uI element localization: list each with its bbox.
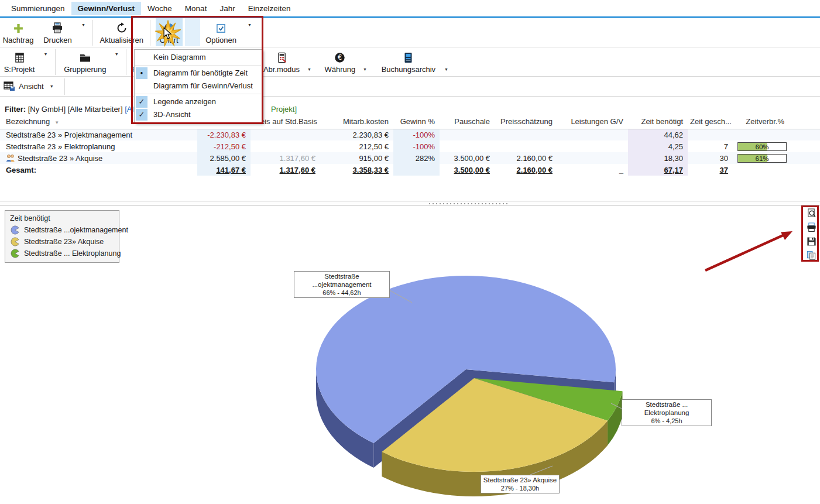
buchungsarchiv-dropdown-arrow[interactable]: ▼ bbox=[444, 67, 448, 71]
chart-label: Chart bbox=[160, 36, 179, 44]
table-panel-bottom bbox=[0, 176, 820, 201]
col-preisschaetzung[interactable]: Preisschätzung bbox=[495, 116, 557, 129]
toolbar-view: Ansicht ▼ bbox=[0, 77, 820, 97]
col-zeit-geschaetzt[interactable]: Zeit gesch... bbox=[688, 116, 733, 129]
print-icon[interactable] bbox=[807, 222, 816, 232]
filter-bar: Filter: [Ny GmbH] [Alle Mitarbeiter] [Al… bbox=[0, 103, 820, 116]
panel-splitter[interactable] bbox=[0, 201, 820, 205]
col-zeit-benoetigt[interactable]: Zeit benötigt bbox=[628, 116, 688, 129]
ansicht-label: Ansicht bbox=[19, 82, 44, 91]
menu-item-diagramm-gewinn-verlust[interactable]: Diagramm für Gewinn/Verlust bbox=[135, 80, 262, 92]
save-icon[interactable] bbox=[807, 236, 816, 246]
pie-slice-icon bbox=[10, 225, 20, 235]
table-row[interactable]: Stedtstraße 23 » Elektroplanung -212,50 … bbox=[0, 140, 820, 152]
preview-icon[interactable] bbox=[807, 208, 816, 218]
chart-side-toolbar bbox=[805, 208, 818, 260]
sprojekt-label: S:Projekt bbox=[4, 65, 35, 74]
calculator-icon bbox=[276, 51, 287, 64]
menu-item-kein-diagramm[interactable]: Kein Diagramm bbox=[135, 51, 262, 64]
tab-einzelzeiten[interactable]: Einzelzeiten bbox=[242, 2, 297, 15]
col-gewinn[interactable]: Gewinn % bbox=[393, 116, 440, 129]
abrmodus-label: Abr.modus bbox=[263, 65, 300, 74]
legend-item[interactable]: Stedtstraße ... Elektroplanung bbox=[10, 249, 114, 258]
toolbar-main: Nachtrag Drucken ▼ Aktualisieren Chart bbox=[0, 18, 820, 47]
col-mitarbkosten[interactable]: Mitarb.kosten bbox=[320, 116, 393, 129]
sprojekt-dropdown-arrow[interactable]: ▼ bbox=[43, 52, 47, 56]
legend-item[interactable]: Stedtstraße ...ojektmanagement bbox=[10, 225, 114, 235]
menu-item-3d-ansicht[interactable]: ✓ 3D-Ansicht bbox=[135, 108, 262, 121]
aktualisieren-button[interactable]: Aktualisieren bbox=[98, 18, 145, 46]
pie-callout-projektmanagement: Stedtstraße ...ojektmanagement 66% - 44,… bbox=[294, 271, 390, 298]
tab-gewinn-verlust[interactable]: Gewinn/Verlust bbox=[71, 2, 142, 15]
tab-summierungen[interactable]: Summierungen bbox=[5, 2, 71, 15]
waehrung-dropdown-arrow[interactable]: ▼ bbox=[363, 67, 367, 71]
col-zeitverbrauch[interactable]: Zeitverbr.% bbox=[733, 116, 789, 129]
chart-split-hover[interactable] bbox=[185, 18, 200, 46]
euro-icon: € bbox=[334, 51, 345, 64]
ansicht-dropdown-arrow[interactable]: ▼ bbox=[50, 84, 54, 88]
aktualisieren-label: Aktualisieren bbox=[100, 36, 143, 44]
toolbar-second: S:Projekt ▼ Gruppierung ▼ Proje Abr.modu… bbox=[0, 47, 820, 77]
drucken-button[interactable]: Drucken bbox=[39, 18, 76, 46]
printer-icon bbox=[51, 22, 64, 35]
tab-monat[interactable]: Monat bbox=[179, 2, 214, 15]
menu-item-diagramm-benoetigte-zeit[interactable]: ● Diagramm für benötigte Zeit bbox=[135, 67, 262, 80]
legend-item[interactable]: Stedtstraße 23» Akquise bbox=[10, 237, 114, 246]
optionen-dropdown-arrow[interactable]: ▼ bbox=[248, 23, 252, 27]
archive-icon bbox=[403, 51, 413, 64]
radio-selected-icon: ● bbox=[136, 67, 147, 79]
sprojekt-button[interactable]: S:Projekt bbox=[0, 47, 39, 76]
separator bbox=[92, 20, 93, 46]
waehrung-button[interactable]: € Währung bbox=[321, 47, 359, 76]
waehrung-label: Währung bbox=[325, 65, 356, 74]
menu-separator bbox=[135, 94, 261, 94]
separator bbox=[126, 49, 126, 75]
separator bbox=[55, 49, 56, 75]
progress-bar: 61% bbox=[737, 154, 787, 163]
gruppierung-dropdown-arrow[interactable]: ▼ bbox=[115, 52, 119, 56]
gruppierung-label: Gruppierung bbox=[64, 65, 106, 74]
team-icon bbox=[6, 154, 15, 162]
spreadsheet-icon bbox=[14, 51, 25, 64]
buchungsarchiv-button[interactable]: Buchungsarchiv bbox=[378, 47, 440, 76]
filter-link-projekt[interactable]: Projekt] bbox=[271, 105, 297, 114]
pie-chart[interactable] bbox=[0, 205, 820, 504]
chart-panel: Zeit benötigt Stedtstraße ...ojektmanage… bbox=[0, 205, 820, 504]
table-row[interactable]: Stedtstraße 23 » Projektmanagement -2.23… bbox=[0, 129, 820, 140]
col-pauschale[interactable]: Pauschale bbox=[440, 116, 495, 129]
copy-icon[interactable] bbox=[807, 251, 816, 260]
col-leistungen[interactable]: Leistungen G/V bbox=[557, 116, 628, 129]
separator bbox=[150, 20, 150, 46]
table-row[interactable]: Stedtstraße 23 » Akquise 2.585,00 € 1.31… bbox=[0, 152, 820, 164]
drucken-dropdown-arrow[interactable]: ▼ bbox=[81, 23, 85, 27]
col-filler bbox=[789, 116, 820, 129]
nachtrag-button[interactable]: Nachtrag bbox=[0, 18, 36, 46]
abrmodus-dropdown-arrow[interactable]: ▼ bbox=[307, 67, 311, 71]
checkbox-options-icon bbox=[216, 22, 226, 35]
svg-text:€: € bbox=[338, 53, 342, 61]
gruppierung-button[interactable]: Gruppierung bbox=[60, 47, 109, 76]
table-total-row: Gesamt: 141,67 € 1.317,60 € 3.358,33 € 3… bbox=[0, 164, 820, 176]
ansicht-button[interactable]: Ansicht ▼ bbox=[0, 77, 60, 95]
checkmark-icon: ✓ bbox=[136, 96, 147, 108]
pie-slice-icon bbox=[10, 237, 20, 246]
folder-icon bbox=[79, 51, 91, 64]
filter-prefix: Filter: bbox=[5, 105, 26, 114]
tab-woche[interactable]: Woche bbox=[141, 2, 179, 15]
table-view-icon bbox=[4, 81, 15, 91]
sort-arrow-icon: ▼ bbox=[54, 120, 59, 125]
tab-jahr[interactable]: Jahr bbox=[213, 2, 241, 15]
optionen-button[interactable]: Optionen bbox=[203, 18, 239, 46]
optionen-label: Optionen bbox=[205, 36, 236, 44]
drucken-label: Drucken bbox=[43, 36, 71, 44]
pie-chart-icon bbox=[163, 22, 175, 35]
refresh-icon bbox=[116, 22, 128, 35]
menu-item-legende-anzeigen[interactable]: ✓ Legende anzeigen bbox=[135, 95, 262, 108]
results-table: Bezeichnung▼ G/V Kreis auf Std.Basis Mit… bbox=[0, 116, 820, 176]
pie-callout-elektroplanung: Stedtstraße ... Elektroplanung 6% - 4,25… bbox=[622, 399, 712, 426]
chart-legend: Zeit benötigt Stedtstraße ...ojektmanage… bbox=[5, 210, 119, 263]
splitter-grip-icon[interactable] bbox=[429, 203, 510, 204]
chart-button[interactable]: Chart bbox=[156, 18, 183, 46]
separator bbox=[64, 78, 65, 95]
abrmodus-button[interactable]: Abr.modus bbox=[259, 47, 304, 76]
